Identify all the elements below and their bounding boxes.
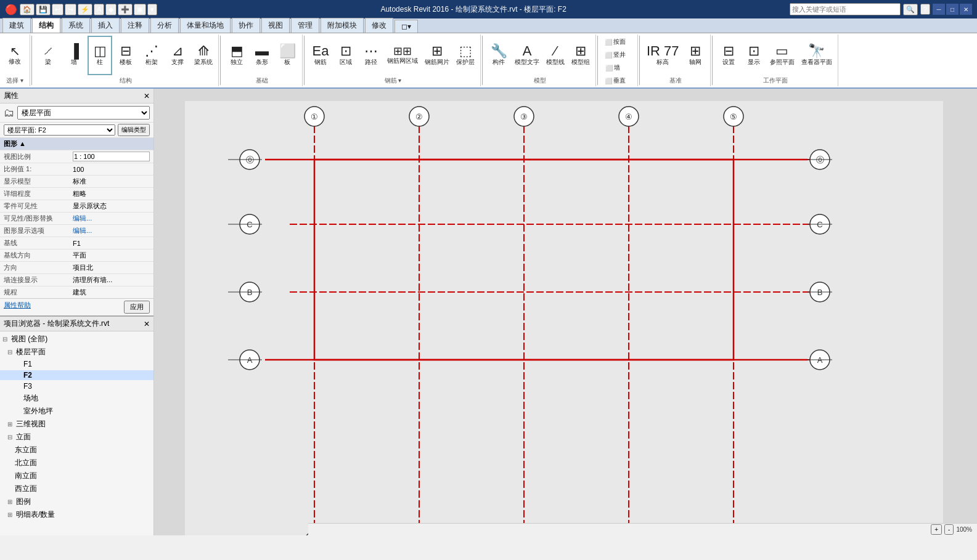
floor-btn[interactable]: ⊟ 楼板 bbox=[113, 36, 138, 75]
qa-btn3[interactable]: ◆ bbox=[105, 4, 117, 15]
qa-btn5[interactable]: ▣ bbox=[134, 4, 146, 15]
show-workplane-btn[interactable]: ⊡ 显示 bbox=[742, 36, 766, 75]
tree-legend[interactable]: ⊞ 图例 bbox=[0, 495, 153, 508]
tree-elevations[interactable]: ⊟ 立面 bbox=[0, 431, 153, 444]
prop-row-scale1: 比例值 1: 100 bbox=[0, 163, 153, 176]
tree-3d-views[interactable]: ⊞ 三维视图 bbox=[0, 418, 153, 431]
instance-dropdown[interactable]: 楼层平面: F2 bbox=[4, 124, 115, 136]
search-input[interactable] bbox=[790, 3, 901, 15]
viewer-btn[interactable]: 🔭 查看器平面 bbox=[798, 36, 835, 75]
tab-charu[interactable]: 插入 bbox=[91, 18, 120, 33]
region-btn[interactable]: ⊡ 区域 bbox=[333, 36, 358, 75]
close-btn[interactable]: ✕ bbox=[960, 4, 972, 15]
support-btn[interactable]: ⊿ 支撑 bbox=[165, 36, 190, 75]
save-btn[interactable]: 💾 bbox=[36, 4, 51, 15]
prop-val-scale[interactable] bbox=[69, 150, 153, 163]
undo-btn[interactable]: ↩ bbox=[52, 4, 63, 15]
tab-tiliang[interactable]: 体量和场地 bbox=[180, 18, 231, 33]
edit-type-btn[interactable]: 编辑类型 bbox=[118, 124, 150, 136]
left-panel: 属性 ✕ 🗂 楼层平面 楼层平面: F2 编辑类型 图形 ▲ bbox=[0, 89, 154, 535]
redo-btn[interactable]: ↪ bbox=[65, 4, 76, 15]
prop-val-display: 标准 bbox=[69, 176, 153, 188]
tree-outdoor[interactable]: 室外地坪 bbox=[0, 405, 153, 418]
model-text-btn[interactable]: A 模型文字 bbox=[512, 36, 542, 75]
tab-fujia[interactable]: 附加模块 bbox=[321, 18, 364, 33]
wall-open-btn[interactable]: ⬜ 墙 bbox=[602, 62, 624, 74]
prop-val-vg[interactable]: 编辑... bbox=[69, 213, 153, 225]
tab-zhushi[interactable]: 注释 bbox=[121, 18, 149, 33]
svg-text:③: ③ bbox=[520, 112, 528, 121]
tab-xiezuo[interactable]: 协作 bbox=[232, 18, 260, 33]
tab-fenxi[interactable]: 分析 bbox=[150, 18, 179, 33]
minimize-btn[interactable]: ─ bbox=[933, 4, 945, 15]
level-btn[interactable]: IR 77 标高 bbox=[644, 36, 682, 75]
tree-views-all[interactable]: ⊟ 视图 (全部) bbox=[0, 333, 153, 346]
tab-shitu[interactable]: 视图 bbox=[261, 18, 290, 33]
isolated-btn[interactable]: ⬒ 独立 bbox=[224, 36, 249, 75]
truss-btn[interactable]: ⋰ 桁架 bbox=[139, 36, 164, 75]
tab-jianzhu[interactable]: 建筑 bbox=[2, 18, 31, 33]
column-btn[interactable]: ◫ 柱 bbox=[88, 36, 112, 75]
byface-btn[interactable]: ⬜ 按面 bbox=[602, 36, 629, 48]
tab-guanli[interactable]: 管理 bbox=[291, 18, 319, 33]
tab-more[interactable]: ◻▾ bbox=[394, 20, 418, 33]
viewer-label: 查看器平面 bbox=[801, 58, 832, 67]
set-workplane-btn[interactable]: ⊟ 设置 bbox=[716, 36, 741, 75]
strip-btn[interactable]: ▬ 条形 bbox=[250, 36, 274, 75]
canvas-area[interactable]: ① ② ③ ④ ⑤ ① ② ③ ④ bbox=[154, 89, 977, 535]
zoom-in-btn[interactable]: + bbox=[931, 524, 942, 535]
model-line-label: 模型线 bbox=[546, 58, 565, 67]
path-btn[interactable]: ⋯ 路径 bbox=[359, 36, 383, 75]
qa-btn1[interactable]: ⚡ bbox=[78, 4, 92, 15]
mesh-sheet-btn[interactable]: ⊞ 钢筋网片 bbox=[422, 36, 452, 75]
tree-south[interactable]: 南立面 bbox=[0, 469, 153, 482]
beam-system-btn[interactable]: ⟰ 梁系统 bbox=[191, 36, 216, 75]
help-btn[interactable]: ? bbox=[920, 4, 930, 15]
slab-btn[interactable]: ⬜ 板 bbox=[275, 36, 300, 75]
component-btn[interactable]: 🔧 构件 bbox=[486, 36, 511, 75]
prop-val-gd[interactable]: 编辑... bbox=[69, 225, 153, 237]
ref-plane-btn[interactable]: ▭ 参照平面 bbox=[767, 36, 798, 75]
tree-f1[interactable]: F1 bbox=[0, 359, 153, 370]
qa-btn2[interactable]: A bbox=[94, 4, 104, 15]
tab-xiugai[interactable]: 修改 bbox=[365, 18, 393, 33]
qa-btn4[interactable]: ➕ bbox=[118, 4, 133, 15]
search-btn[interactable]: 🔍 bbox=[903, 4, 918, 15]
type-dropdown[interactable]: 楼层平面 bbox=[17, 106, 150, 120]
tab-xitong[interactable]: 系统 bbox=[62, 18, 90, 33]
qa-btn6[interactable]: ▾ bbox=[147, 4, 157, 15]
west-label: 西立面 bbox=[15, 484, 37, 494]
legend-expand-icon: ⊞ bbox=[7, 498, 15, 505]
tree-f3[interactable]: F3 bbox=[0, 381, 153, 392]
shaft-btn[interactable]: ⬜ 竖井 bbox=[602, 49, 629, 61]
tree-west[interactable]: 西立面 bbox=[0, 482, 153, 495]
cover-btn[interactable]: ⬚ 保护层 bbox=[453, 36, 478, 75]
scale-input[interactable] bbox=[73, 152, 150, 161]
model-line-btn[interactable]: ∕ 模型线 bbox=[543, 36, 568, 75]
tree-east[interactable]: 东立面 bbox=[0, 444, 153, 457]
wall-btn[interactable]: ▐ 墙 bbox=[62, 36, 86, 75]
prop-apply-btn[interactable]: 应用 bbox=[124, 301, 150, 314]
tree-site[interactable]: 场地 bbox=[0, 392, 153, 405]
tree-north[interactable]: 北立面 bbox=[0, 457, 153, 469]
home-btn[interactable]: 🏠 bbox=[20, 4, 35, 15]
tree-floor-plans[interactable]: ⊟ 楼层平面 bbox=[0, 346, 153, 359]
grid-btn[interactable]: ⊞ 轴网 bbox=[683, 36, 708, 75]
browser-close-icon[interactable]: ✕ bbox=[144, 320, 150, 328]
rebar-btn[interactable]: Ea 钢筋 bbox=[308, 36, 333, 75]
browser-title: 项目浏览器 - 绘制梁系统文件.rvt bbox=[4, 319, 109, 329]
model-group-btn[interactable]: ⊞ 模型组 bbox=[568, 36, 593, 75]
tab-jiegou[interactable]: 结构 bbox=[32, 18, 60, 33]
beam-btn[interactable]: ⟋ 梁 bbox=[36, 36, 60, 75]
tree-f2[interactable]: F2 bbox=[0, 370, 153, 381]
tree-schedules[interactable]: ⊞ 明细表/数量 bbox=[0, 508, 153, 521]
properties-close-icon[interactable]: ✕ bbox=[144, 92, 150, 100]
prop-help-link[interactable]: 属性帮助 bbox=[4, 301, 31, 314]
modify-btn[interactable]: ↖ 修改 bbox=[2, 36, 27, 75]
ref-plane-label: 参照平面 bbox=[770, 58, 795, 67]
zoom-out-btn[interactable]: - bbox=[944, 524, 954, 535]
vertical-btn[interactable]: ⬜ 垂直 bbox=[602, 75, 629, 87]
floor-icon: ⊟ bbox=[120, 44, 131, 58]
maximize-btn[interactable]: □ bbox=[946, 4, 959, 15]
mesh-region-btn[interactable]: ⊞⊞ 钢筋网区域 bbox=[384, 36, 421, 75]
